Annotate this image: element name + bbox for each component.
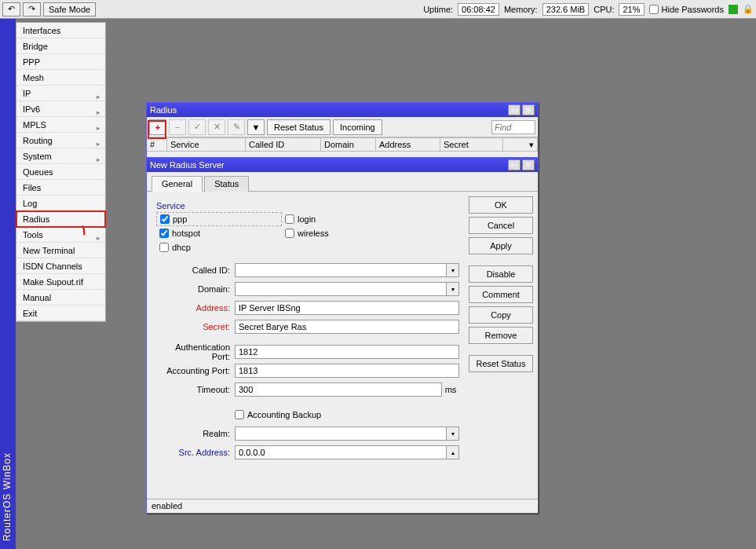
column-header-num[interactable]: # [147,138,167,151]
menu-item-mpls[interactable]: MPLS▸ [16,117,105,133]
undo-button[interactable]: ↶ [2,2,20,16]
menu-item-files[interactable]: Files [16,180,105,196]
menu-item-tools[interactable]: Tools▸ [16,227,105,243]
radius-column-headers[interactable]: #ServiceCalled IDDomainAddressSecret▾ [147,137,538,152]
column-header-domain[interactable]: Domain [321,138,376,151]
add-icon[interactable]: + [149,119,166,135]
menu-item-log[interactable]: Log [16,196,105,211]
sidebar-title: RouterOS WinBox [2,452,13,541]
service-login-checkbox[interactable]: login [285,212,316,226]
radius-window-title: Radius [150,105,177,115]
close-button[interactable]: ✕ [522,104,535,115]
service-ppp-checkbox[interactable]: ppp [160,212,187,226]
tab-status[interactable]: Status [204,176,249,192]
comment-icon[interactable]: ✎ [228,119,245,135]
redo-button[interactable]: ↷ [23,2,41,16]
acct-port-input[interactable] [235,364,459,378]
acct-port-label: Accounting Port: [156,366,235,375]
minimize-button[interactable]: ▭ [508,104,520,115]
menu-item-ipv6[interactable]: IPv6▸ [16,101,105,117]
menu-item-mesh[interactable]: Mesh [16,70,105,86]
disable-button[interactable]: Disable [469,265,533,283]
hide-passwords-checkbox[interactable]: Hide Passwords [649,2,724,16]
columns-dropdown-icon[interactable]: ▾ [503,138,538,151]
remove-icon[interactable]: − [169,119,186,135]
menu-item-manual[interactable]: Manual [16,290,105,306]
auth-port-input[interactable] [235,345,459,359]
tab-general[interactable]: General [152,176,203,192]
realm-label: Realm: [156,429,235,438]
incoming-button[interactable]: Incoming [333,119,382,135]
menu-item-isdn-channels[interactable]: ISDN Channels [16,258,105,274]
menu-item-exit[interactable]: Exit [16,306,105,321]
memory-value: 232.6 MiB [542,3,590,16]
realm-dropdown-icon[interactable]: ▾ [447,426,459,441]
dialog-side-buttons: OK Cancel Apply Disable Comment Copy Rem… [469,196,533,495]
domain-dropdown-icon[interactable]: ▾ [447,282,459,296]
timeout-label: Timeout: [156,385,235,394]
radius-toolbar: + − ✓ ✕ ✎ ▼ Reset Status Incoming [147,117,538,137]
cpu-label: CPU: [593,5,614,14]
menu-item-routing[interactable]: Routing▸ [16,133,105,148]
radius-window-titlebar[interactable]: Radius ▭ ✕ [147,103,538,117]
menu-item-system[interactable]: System▸ [16,148,105,164]
status-indicator-icon [729,5,738,14]
service-wireless-checkbox[interactable]: wireless [285,226,329,240]
filter-icon[interactable]: ▼ [247,119,265,135]
menu-item-new-terminal[interactable]: New Terminal [16,243,105,258]
acct-backup-checkbox[interactable]: Accounting Backup [235,408,321,422]
menu-item-interfaces[interactable]: Interfaces [16,23,105,38]
menu-item-make-supout.rif[interactable]: Make Supout.rif [16,274,105,290]
column-header-service[interactable]: Service [167,138,246,151]
dialog-main-panel: Service ppp login hotspot wireless dhcp … [152,196,464,495]
comment-button[interactable]: Comment [469,286,533,303]
service-groupbox-label: Service [156,201,459,210]
called-id-dropdown-icon[interactable]: ▾ [447,263,459,277]
column-header-called-id[interactable]: Called ID [246,138,321,151]
service-hotspot-checkbox[interactable]: hotspot [159,226,200,240]
secret-label: Secret: [156,322,235,331]
new-radius-title: New Radius Server [150,160,225,170]
service-dhcp-checkbox[interactable]: dhcp [159,240,191,254]
menu-item-queues[interactable]: Queues [16,164,105,180]
column-header-secret[interactable]: Secret [440,138,503,151]
dialog-status-bar: enabled [147,499,538,513]
timeout-unit: ms [442,385,459,394]
menu-item-ppp[interactable]: PPP [16,54,105,70]
apply-button[interactable]: Apply [469,237,533,254]
new-radius-titlebar[interactable]: New Radius Server ▭ ✕ [147,158,538,172]
find-input[interactable] [491,120,535,134]
address-input[interactable] [235,301,459,315]
auth-port-label: Authentication Port: [156,342,235,361]
reset-status-button[interactable]: Reset Status [469,355,533,372]
top-toolbar: ↶ ↷ Safe Mode Uptime: 06:08:42 Memory: 2… [0,0,756,19]
src-address-input[interactable] [235,445,447,459]
safe-mode-button[interactable]: Safe Mode [43,2,96,16]
dialog-tabs: General Status [147,172,538,192]
minimize-button[interactable]: ▭ [508,159,520,170]
copy-button[interactable]: Copy [469,306,533,324]
domain-input[interactable] [235,282,447,296]
annotation-1: ۱ [80,221,88,239]
secret-input[interactable] [235,320,459,334]
cancel-button[interactable]: Cancel [469,217,533,234]
enable-icon[interactable]: ✓ [188,119,206,135]
new-radius-dialog: New Radius Server ▭ ✕ General Status Ser… [146,157,539,514]
timeout-input[interactable] [235,382,442,397]
src-address-label: Src. Address: [156,448,235,457]
column-header-address[interactable]: Address [376,138,440,151]
called-id-input[interactable] [235,263,447,277]
menu-item-ip[interactable]: IP▸ [16,86,105,101]
menu-item-radius[interactable]: Radius [16,211,105,227]
called-id-label: Called ID: [156,265,235,275]
reset-status-button[interactable]: Reset Status [267,119,331,135]
uptime-label: Uptime: [423,5,453,14]
realm-input[interactable] [235,426,447,441]
ok-button[interactable]: OK [469,196,533,214]
src-address-dropdown-icon[interactable]: ▴ [447,445,459,459]
menu-item-bridge[interactable]: Bridge [16,38,105,54]
address-label: Address: [156,303,235,313]
disable-icon[interactable]: ✕ [208,119,225,135]
close-button[interactable]: ✕ [522,159,535,170]
remove-button[interactable]: Remove [469,327,533,344]
